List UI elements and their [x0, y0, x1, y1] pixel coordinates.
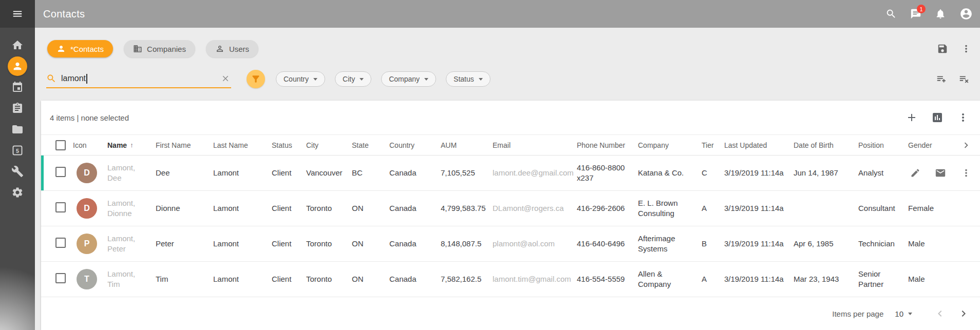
row-email-button[interactable] — [935, 167, 946, 179]
column-header-first-name[interactable]: First Name — [156, 141, 213, 149]
search-input[interactable]: lamont — [61, 74, 215, 84]
column-label: Status — [272, 141, 292, 149]
tab-contacts[interactable]: *Contacts — [47, 40, 113, 57]
cell-tier: B — [702, 239, 724, 249]
account-button[interactable] — [959, 7, 973, 21]
tab-companies[interactable]: Companies — [124, 40, 195, 57]
table-row[interactable]: P Lamont, Peter Peter Lamont Client Toro… — [41, 226, 980, 262]
column-header-last-updated[interactable]: Last Updated — [724, 141, 794, 149]
sidebar-item-five[interactable]: 5 — [0, 140, 35, 161]
column-header-position[interactable]: Position — [858, 141, 908, 149]
cell-position: Analyst — [858, 168, 908, 178]
person-icon — [56, 44, 66, 53]
row-checkbox[interactable] — [55, 238, 66, 248]
cell-email: lamont.tim@gmail.com — [493, 274, 577, 284]
column-header-tier[interactable]: Tier — [702, 141, 724, 149]
sidebar-item-calendar[interactable] — [0, 76, 35, 98]
column-header-city[interactable]: City — [306, 141, 352, 149]
table-row[interactable]: D Lamont, Dee Dee Lamont Client Vancouve… — [41, 156, 980, 191]
sidebar-item-tasks[interactable] — [0, 98, 35, 119]
filter-country[interactable]: Country — [276, 71, 325, 87]
calendar-icon — [11, 81, 24, 93]
paginator: Items per page 10 — [41, 297, 980, 330]
cell-select — [41, 202, 73, 215]
cell-last-updated: 3/19/2019 11:14a — [724, 168, 794, 178]
scroll-columns-right-button[interactable] — [954, 140, 980, 151]
column-header-state[interactable]: State — [352, 141, 389, 149]
row-menu-button[interactable] — [960, 167, 972, 179]
column-header-phone[interactable]: Phone Number — [577, 141, 638, 149]
add-to-list-button[interactable] — [936, 73, 947, 85]
sidebar: 5 — [0, 0, 35, 330]
clear-list-button[interactable] — [958, 73, 970, 85]
search-button[interactable] — [885, 8, 897, 20]
chevron-down-icon — [424, 78, 428, 81]
notifications-button[interactable] — [935, 8, 946, 20]
filter-city[interactable]: City — [335, 71, 371, 87]
column-header-status[interactable]: Status — [272, 141, 306, 149]
row-checkbox[interactable] — [55, 273, 66, 283]
column-header-icon[interactable]: Icon — [73, 141, 107, 149]
add-contact-button[interactable] — [906, 111, 918, 124]
column-header-gender[interactable]: Gender — [908, 141, 954, 149]
table-row[interactable]: T Lamont, Tim Tim Lamont Client Toronto … — [41, 262, 980, 297]
column-label: Country — [389, 141, 414, 149]
select-all-checkbox[interactable] — [55, 140, 66, 150]
cell-company: Afterimage Systems — [638, 234, 702, 254]
column-header-last-name[interactable]: Last Name — [213, 141, 272, 149]
table-menu-button[interactable] — [957, 111, 969, 124]
table-header-row: Icon Name↑ First Name Last Name Status C… — [41, 135, 980, 156]
cell-state: ON — [352, 274, 389, 284]
building-icon — [133, 44, 142, 53]
column-header-date-of-birth[interactable]: Date of Birth — [794, 141, 858, 149]
cell-email: plamont@aol.com — [493, 239, 577, 249]
column-header-name[interactable]: Name↑ — [107, 141, 156, 149]
filter-status[interactable]: Status — [446, 71, 491, 87]
row-checkbox[interactable] — [55, 202, 66, 212]
filter-label: Country — [284, 75, 309, 83]
messages-button[interactable]: 1 — [910, 8, 921, 20]
column-header-email[interactable]: Email — [493, 141, 577, 149]
table-row[interactable]: D Lamont, Dionne Dionne Lamont Client To… — [41, 191, 980, 226]
chart-view-button[interactable] — [931, 111, 944, 124]
filter-label: Company — [389, 75, 420, 83]
sidebar-item-contacts[interactable] — [0, 55, 35, 76]
page-size-select[interactable]: 10 — [895, 309, 912, 318]
results-card: 4 items | none selected Icon Name↑ First… — [41, 101, 980, 330]
cell-company: Allen & Company — [638, 269, 702, 289]
column-header-country[interactable]: Country — [389, 141, 441, 149]
sidebar-item-files[interactable] — [0, 119, 35, 140]
tab-label: Users — [229, 45, 249, 53]
save-view-button[interactable] — [937, 43, 948, 54]
search-field-icon-wrap — [46, 73, 56, 84]
next-page-button[interactable] — [957, 307, 970, 320]
filter-chips: Country City Company Status — [276, 71, 491, 87]
row-edit-button[interactable] — [910, 168, 920, 178]
cell-avatar: T — [73, 269, 107, 289]
cell-last-name: Lamont — [213, 274, 272, 284]
filter-button[interactable] — [247, 70, 265, 88]
row-checkbox[interactable] — [55, 167, 66, 177]
cell-country: Canada — [389, 203, 441, 213]
search-row: lamont Country City Company Status — [35, 69, 980, 89]
row-actions — [907, 167, 972, 179]
cell-gender: Female — [908, 203, 954, 213]
previous-page-button[interactable] — [934, 307, 946, 320]
sidebar-item-settings[interactable] — [0, 182, 35, 203]
tabs-menu-button[interactable] — [960, 43, 972, 54]
column-label: Last Name — [213, 141, 248, 149]
chevron-down-icon — [908, 313, 912, 315]
cell-country: Canada — [389, 168, 441, 178]
column-header-aum[interactable]: AUM — [441, 141, 493, 149]
menu-button[interactable] — [0, 0, 35, 28]
cell-first-name: Peter — [156, 239, 213, 249]
kebab-icon — [960, 167, 972, 179]
clear-search-button[interactable] — [220, 73, 231, 84]
sidebar-item-home[interactable] — [0, 34, 35, 55]
tabs-actions — [937, 43, 974, 54]
column-header-company[interactable]: Company — [638, 141, 702, 149]
tab-users[interactable]: Users — [206, 40, 258, 57]
sidebar-item-tools[interactable] — [0, 161, 35, 182]
folder-icon — [11, 123, 24, 135]
filter-company[interactable]: Company — [381, 71, 436, 87]
